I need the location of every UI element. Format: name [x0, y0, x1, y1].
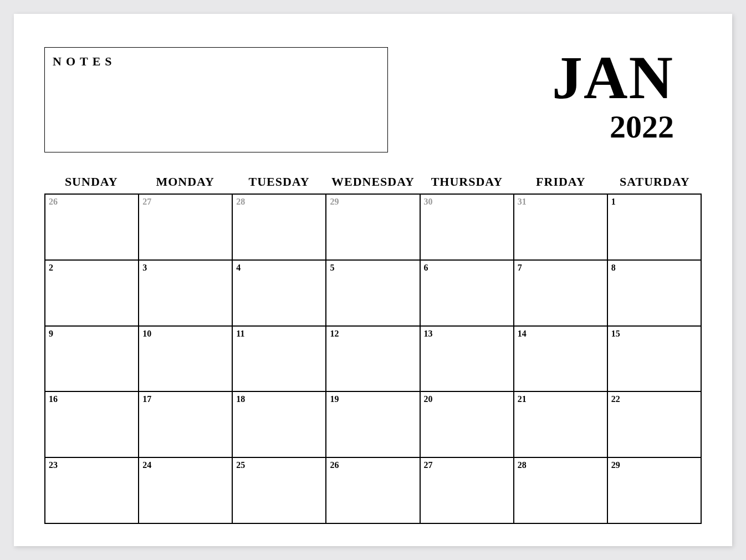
day-number: 3	[142, 263, 228, 273]
day-cell[interactable]: 22	[607, 391, 701, 457]
day-cell[interactable]: 16	[45, 391, 139, 457]
day-cell[interactable]: 19	[326, 391, 420, 457]
day-cell[interactable]: 29	[326, 194, 420, 260]
day-cell[interactable]: 21	[514, 391, 607, 457]
weekday-wednesday: WEDNESDAY	[326, 175, 420, 189]
day-cell[interactable]: 14	[514, 326, 607, 392]
day-cell[interactable]: 12	[326, 326, 420, 392]
day-number: 2	[49, 263, 135, 273]
day-number: 8	[611, 263, 697, 273]
month-title: JAN	[552, 47, 674, 108]
day-cell[interactable]: 1	[607, 194, 701, 260]
day-number: 21	[518, 394, 604, 404]
day-number: 16	[49, 394, 135, 404]
day-number: 25	[236, 460, 322, 470]
day-number: 24	[142, 460, 228, 470]
calendar-grid: 2627282930311234567891011121314151617181…	[44, 194, 702, 524]
weekday-sunday: SUNDAY	[44, 175, 138, 189]
day-cell[interactable]: 3	[139, 260, 232, 326]
day-cell[interactable]: 25	[232, 457, 326, 523]
weekday-saturday: SATURDAY	[608, 175, 702, 189]
day-cell[interactable]: 4	[232, 260, 326, 326]
day-number: 4	[236, 263, 322, 273]
day-number: 27	[424, 460, 510, 470]
day-cell[interactable]: 2	[45, 260, 139, 326]
day-cell[interactable]: 18	[232, 391, 326, 457]
day-cell[interactable]: 20	[420, 391, 514, 457]
day-number: 6	[424, 263, 510, 273]
day-number: 7	[518, 263, 604, 273]
calendar-page: NOTES JAN 2022 SUNDAY MONDAY TUESDAY WED…	[14, 14, 732, 546]
day-cell[interactable]: 30	[420, 194, 514, 260]
day-number: 22	[611, 394, 697, 404]
day-number: 28	[236, 197, 322, 207]
day-cell[interactable]: 13	[420, 326, 514, 392]
day-cell[interactable]: 6	[420, 260, 514, 326]
day-number: 30	[424, 197, 510, 207]
month-year-block: JAN 2022	[552, 47, 702, 143]
day-number: 18	[236, 394, 322, 404]
day-number: 1	[611, 197, 697, 207]
day-cell[interactable]: 5	[326, 260, 420, 326]
day-number: 13	[424, 329, 510, 339]
day-number: 23	[49, 460, 135, 470]
day-cell[interactable]: 11	[232, 326, 326, 392]
day-number: 26	[49, 197, 135, 207]
calendar: SUNDAY MONDAY TUESDAY WEDNESDAY THURSDAY…	[44, 175, 702, 524]
day-number: 28	[518, 460, 604, 470]
day-number: 27	[142, 197, 228, 207]
day-cell[interactable]: 26	[45, 194, 139, 260]
day-cell[interactable]: 27	[420, 457, 514, 523]
weekday-thursday: THURSDAY	[420, 175, 514, 189]
weekday-friday: FRIDAY	[514, 175, 607, 189]
notes-box[interactable]: NOTES	[44, 47, 388, 152]
day-cell[interactable]: 28	[232, 194, 326, 260]
day-number: 31	[518, 197, 604, 207]
day-number: 12	[330, 329, 416, 339]
day-cell[interactable]: 29	[607, 457, 701, 523]
day-cell[interactable]: 23	[45, 457, 139, 523]
day-number: 14	[518, 329, 604, 339]
day-number: 29	[611, 460, 697, 470]
day-cell[interactable]: 24	[139, 457, 232, 523]
day-cell[interactable]: 10	[139, 326, 232, 392]
weekday-monday: MONDAY	[138, 175, 232, 189]
day-number: 17	[142, 394, 228, 404]
day-number: 19	[330, 394, 416, 404]
day-cell[interactable]: 7	[514, 260, 607, 326]
year-title: 2022	[552, 111, 674, 143]
header: NOTES JAN 2022	[44, 47, 702, 152]
day-cell[interactable]: 8	[607, 260, 701, 326]
day-cell[interactable]: 31	[514, 194, 607, 260]
day-cell[interactable]: 15	[607, 326, 701, 392]
day-number: 10	[142, 329, 228, 339]
day-number: 5	[330, 263, 416, 273]
day-number: 26	[330, 460, 416, 470]
day-cell[interactable]: 26	[326, 457, 420, 523]
day-cell[interactable]: 27	[139, 194, 232, 260]
day-cell[interactable]: 9	[45, 326, 139, 392]
day-number: 29	[330, 197, 416, 207]
day-number: 20	[424, 394, 510, 404]
notes-label: NOTES	[53, 54, 380, 69]
day-number: 9	[49, 329, 135, 339]
weekday-tuesday: TUESDAY	[232, 175, 326, 189]
day-number: 11	[236, 329, 322, 339]
day-cell[interactable]: 28	[514, 457, 607, 523]
day-number: 15	[611, 329, 697, 339]
weekday-header-row: SUNDAY MONDAY TUESDAY WEDNESDAY THURSDAY…	[44, 175, 702, 189]
day-cell[interactable]: 17	[139, 391, 232, 457]
